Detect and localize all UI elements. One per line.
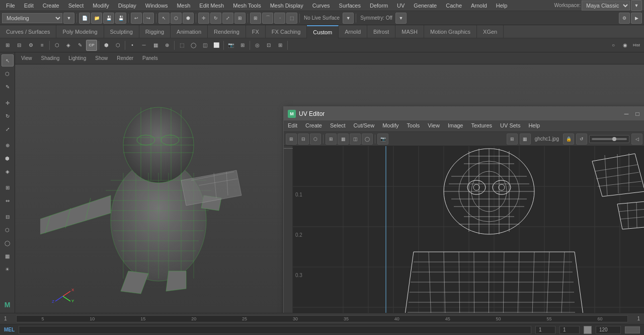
menu-deform[interactable]: Deform [366,2,392,10]
uv-menu-textures[interactable]: Textures [467,121,496,131]
uv-minimize-btn[interactable]: ─ [621,109,631,118]
uv-snap-btn[interactable]: ⊟ [298,133,309,145]
component-tool-btn[interactable]: ◈ [2,165,14,177]
menu-select[interactable]: Select [64,2,88,10]
menu-mesh-display[interactable]: Mesh Display [266,2,307,10]
symmetry-arrow[interactable]: ▼ [395,13,407,24]
light-display-btn[interactable]: ☀ [2,263,14,275]
tab-fx-caching[interactable]: FX Caching [266,25,307,38]
isolate-btn[interactable]: ◎ [252,40,263,51]
menu-help[interactable]: Help [492,2,512,10]
tab-curves-surfaces[interactable]: Curves / Surfaces [0,25,56,38]
polygon-tool-btn[interactable]: ⬢ [2,152,14,164]
display-wireframe-btn[interactable]: ⬚ [176,40,187,51]
vp-show-menu[interactable]: Show [91,54,112,62]
scale-tool-btn[interactable]: ⤢ [222,13,233,24]
camera-persp-btn[interactable]: 📷 [225,40,236,51]
uv-distort-btn[interactable]: ◫ [350,133,361,145]
smooth-display-btn[interactable]: ◯ [2,237,14,249]
main-viewport[interactable]: View Shading Lighting Show Render Panels [15,52,644,313]
display-smooth-btn[interactable]: ◯ [188,40,199,51]
menu-display[interactable]: Display [114,2,140,10]
render-btn[interactable]: ▶ [631,13,642,24]
uv-editor-titlebar[interactable]: M UV Editor ─ □ ✕ [284,107,644,121]
menu-edit[interactable]: Edit [20,2,38,10]
select-faces-btn[interactable]: ▦ [150,40,161,51]
paint-select-mode-btn[interactable]: ✎ [2,81,14,93]
grid-display-btn[interactable]: ⊟ [2,211,14,223]
snap-surface-btn[interactable]: ⬚ [286,13,297,24]
command-line[interactable] [19,326,531,334]
fps-slider[interactable] [625,326,640,333]
cp-btn[interactable]: CP [86,40,97,51]
uv-checker-btn[interactable]: ▦ [338,133,349,145]
lasso-select-btn[interactable]: ⬡ [171,13,182,24]
uv-menu-create[interactable]: Create [301,121,326,131]
uv-menu-image[interactable]: Image [444,121,467,131]
uv-canvas[interactable]: 0.1 0.2 0.3 0.4 0 [293,146,644,313]
uv-img-lock-btn[interactable]: 🔒 [563,133,574,145]
wireframe-display-btn[interactable]: ⬡ [2,224,14,236]
tab-mash[interactable]: MASH [395,25,424,38]
snap-tool-btn[interactable]: ⊞ [2,181,14,193]
menu-arnold[interactable]: Arnold [467,2,491,10]
uv-wireframe-btn[interactable]: ⬡ [310,133,321,145]
paint-select-btn[interactable]: ⬢ [183,13,194,24]
menu-create[interactable]: Create [39,2,63,10]
channel-box-btn[interactable]: ≡ [37,40,48,51]
open-file-btn[interactable]: 📁 [91,13,102,24]
uv-menu-uvsets[interactable]: UV Sets [496,121,524,131]
four-views-btn[interactable]: ⊞ [237,40,248,51]
tab-rigging[interactable]: Rigging [139,25,171,38]
scale-mode-btn[interactable]: ⤢ [2,123,14,135]
measure-tool-btn[interactable]: ⇔ [2,194,14,207]
uv-frame-all-btn[interactable]: ⊞ [326,133,337,145]
uv-uv-display-btn[interactable]: ▦ [520,133,531,145]
uv-menu-modify[interactable]: Modify [378,121,403,131]
uv-menu-edit[interactable]: Edit [284,121,301,131]
vp-panels-menu[interactable]: Panels [138,54,162,62]
snap-point-btn[interactable]: ⬝ [274,13,285,24]
tab-xgen[interactable]: XGen [477,25,504,38]
hypershade-btn[interactable]: ◈ [63,40,74,51]
display-bounding-btn[interactable]: ⬜ [211,40,222,51]
circle-icon[interactable]: ○ [608,40,619,51]
tab-fx[interactable]: FX [246,25,266,38]
menu-windows[interactable]: Windows [141,2,172,10]
frame-selected-btn[interactable]: ⊞ [275,40,286,51]
uv-img-reload-btn[interactable]: ↺ [576,133,587,145]
menu-mesh[interactable]: Mesh [173,2,194,10]
tab-custom[interactable]: Custom [307,25,339,38]
display-rough-btn[interactable]: ◫ [199,40,210,51]
save-file-btn[interactable]: 💾 [103,13,114,24]
workspace-options-btn[interactable]: ▼ [631,0,642,11]
select-mode-btn[interactable]: ↖ [2,54,14,66]
frame-all-btn[interactable]: ⊡ [263,40,274,51]
vp-render-menu[interactable]: Render [113,54,137,62]
outliner-btn[interactable]: ⊞ [2,40,13,51]
paint-effects-btn[interactable]: ✎ [74,40,86,51]
save-as-btn[interactable]: 💾 [115,13,126,24]
rotate-mode-btn[interactable]: ↻ [2,110,14,122]
uv-menu-select[interactable]: Select [326,121,350,131]
mesh-unsmooth-btn[interactable]: ⬡ [112,40,123,51]
new-file-btn[interactable]: 📄 [79,13,90,24]
menu-generate[interactable]: Generate [410,2,441,10]
tab-arnold[interactable]: Arnold [339,25,367,38]
menu-cache[interactable]: Cache [442,2,466,10]
workspace-dropdown[interactable]: Maya Classic [582,1,630,11]
mode-dropdown[interactable]: Modeling [2,13,62,23]
tab-poly-modeling[interactable]: Poly Modeling [56,25,104,38]
uv-maximize-btn[interactable]: □ [632,109,642,118]
frame-field-2[interactable] [559,326,580,334]
menu-mesh-tools[interactable]: Mesh Tools [229,2,265,10]
mesh-smooth-btn[interactable]: ⬢ [101,40,112,51]
universal-manip-btn[interactable]: ⊞ [234,13,246,24]
uv-soft-btn[interactable]: ◯ [362,133,373,145]
select-edges-btn[interactable]: ─ [138,40,149,51]
hist-btn[interactable]: Hist [631,40,642,51]
snap-grid-btn[interactable]: ⊞ [250,13,261,24]
uv-grid-btn[interactable]: ⊞ [286,133,297,145]
uv-checker-display-btn[interactable]: ⊞ [507,133,518,145]
select-verts-btn[interactable]: • [127,40,138,51]
